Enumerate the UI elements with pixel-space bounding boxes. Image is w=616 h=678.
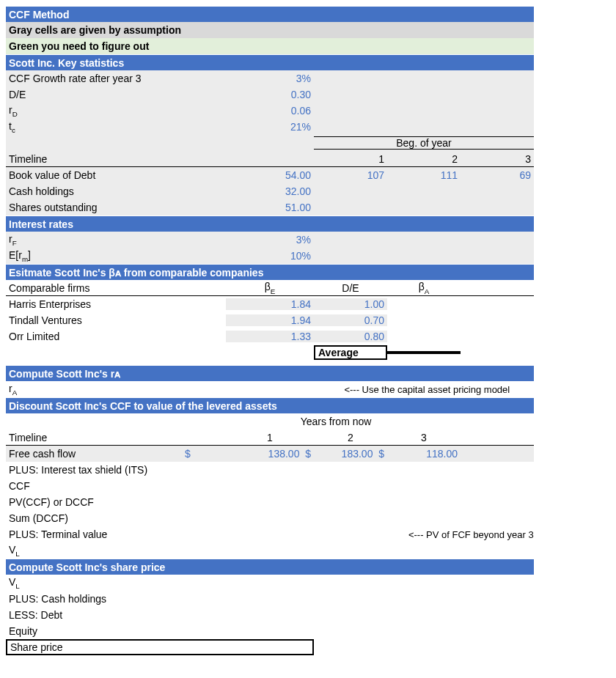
row-beg-of-year: Beg. of year [6, 135, 534, 151]
beg-of-year-label: Beg. of year [314, 136, 534, 150]
row-de: D/E 0.30 [6, 86, 534, 103]
band-label: Discount Scott Inc's CCF to value of the… [6, 400, 534, 412]
hdr-ba: βA [387, 281, 461, 295]
de: 0.80 [314, 331, 387, 342]
row-less-debt: LESS: Debt [6, 607, 534, 623]
label: Share price [7, 641, 182, 653]
label: VL [6, 544, 182, 558]
label: rF [6, 233, 182, 247]
v1: 107 [314, 169, 387, 181]
fcf-2: 183.00 $ [314, 448, 387, 460]
band-label: Compute Scott Inc's share price [6, 561, 534, 573]
band-green-note: Green you need to figure out [6, 38, 534, 54]
value: 3% [226, 234, 314, 246]
row-growth-rate: CCF Growth rate after year 3 3% [6, 70, 534, 86]
be: 1.94 [226, 314, 314, 326]
label: Free cash flow [6, 448, 182, 460]
row-vl-1: VL [6, 542, 534, 559]
year-3: 3 [461, 153, 534, 165]
y1: 1 [226, 432, 314, 443]
row-ccf: CCF [6, 478, 534, 494]
label: Shares outstanding [6, 202, 182, 213]
label: CCF Growth rate after year 3 [6, 73, 182, 84]
label: Timeline [6, 432, 182, 443]
row-comp-1: Tindall Ventures 1.94 0.70 [6, 312, 534, 328]
label: Timeline [6, 153, 182, 165]
label: CCF [6, 480, 182, 492]
row-cash: Cash holdings 32.00 [6, 183, 534, 199]
label: VL [6, 576, 182, 590]
row-erm: E[rm] 10% [6, 248, 534, 264]
row-timeline-years: Timeline 1 2 3 [6, 151, 534, 167]
band-label: Esitmate Scott Inc's βᴀ from comparable … [6, 267, 534, 279]
fcf-3: 118.00 [387, 448, 461, 460]
be: 1.84 [226, 298, 314, 310]
band-estimate-beta: Esitmate Scott Inc's βᴀ from comparable … [6, 264, 534, 280]
band-gray-note: Gray cells are given by assumption [6, 22, 534, 38]
row-tc: tc 21% [6, 119, 534, 135]
label: rA [6, 383, 160, 397]
label: rD [6, 104, 182, 118]
spreadsheet-area: CCF Method Gray cells are given by assum… [6, 6, 534, 655]
band-label: CCF Method [6, 9, 534, 21]
row-fcf: Free cash flow $ 138.00 $ 183.00 $ 118.0… [6, 446, 534, 462]
row-years-from-now: Years from now [6, 413, 534, 430]
average-label: Average [314, 345, 387, 360]
band-discount-ccf: Discount Scott Inc's CCF to value of the… [6, 397, 534, 413]
v3: 69 [461, 169, 534, 181]
band-label: Compute Scott Inc's rᴀ [6, 368, 534, 380]
label: PV(CCF) or DCCF [6, 496, 182, 508]
row-plus-cash: PLUS: Cash holdings [6, 591, 534, 607]
row-sum-dccf: Sum (DCCF) [6, 510, 534, 526]
row-bv-debt: Book value of Debt 54.00 107 111 69 [6, 167, 534, 183]
year-1: 1 [314, 153, 387, 165]
row-comp-0: Harris Enterprises 1.84 1.00 [6, 296, 534, 312]
be: 1.33 [226, 331, 314, 342]
band-compute-ra: Compute Scott Inc's rᴀ [6, 365, 534, 381]
row-rf: rF 3% [6, 232, 534, 248]
label: D/E [6, 89, 182, 100]
fcf-1: 138.00 $ [226, 448, 314, 460]
band-label: Interest rates [6, 218, 534, 230]
label: Sum (DCCF) [6, 512, 182, 524]
value: 3% [226, 73, 314, 84]
year-2: 2 [387, 153, 461, 165]
row-vl-2: VL [6, 575, 534, 591]
value: 10% [226, 250, 314, 262]
y3: 3 [387, 432, 461, 443]
dollar-1: $ [182, 448, 226, 460]
band-compute-share: Compute Scott Inc's share price [6, 559, 534, 575]
label: Equity [6, 625, 182, 637]
row-its: PLUS: Interest tax shield (ITS) [6, 462, 534, 478]
tv-annotation: <--- PV of FCF beyond year 3 [406, 529, 534, 540]
row-comp-2: Orr Limited 1.33 0.80 [6, 328, 534, 344]
value: 32.00 [226, 185, 314, 197]
v2: 111 [387, 169, 461, 181]
label: Years from now [226, 416, 446, 427]
band-ccf-method: CCF Method [6, 6, 534, 22]
y2: 2 [314, 432, 387, 443]
average-value [387, 351, 461, 354]
hdr-firms: Comparable firms [6, 282, 182, 294]
hdr-be: βE [226, 281, 314, 295]
row-pvccf: PV(CCF) or DCCF [6, 494, 534, 510]
note-text: Green you need to figure out [6, 40, 534, 52]
de: 1.00 [314, 298, 387, 310]
row-comps-header: Comparable firms βE D/E βA [6, 280, 534, 296]
row-equity: Equity [6, 623, 534, 639]
row-average: Average [6, 344, 534, 361]
value: 0.06 [226, 105, 314, 117]
row-ra: rA <--- Use the capital asset pricing mo… [6, 381, 534, 397]
ra-annotation: <--- Use the capital asset pricing model [341, 384, 534, 395]
value: 0.30 [226, 89, 314, 100]
row-terminal-value: PLUS: Terminal value <--- PV of FCF beyo… [6, 526, 534, 542]
band-key-stats: Scott Inc. Key statistics [6, 54, 534, 70]
row-ccf-timeline: Timeline 1 2 3 [6, 430, 534, 446]
label: E[rm] [6, 249, 182, 263]
note-text: Gray cells are given by assumption [6, 24, 534, 36]
label: PLUS: Terminal value [6, 528, 160, 540]
value: 21% [226, 121, 314, 133]
row-rd: rD 0.06 [6, 103, 534, 119]
value: 51.00 [226, 202, 314, 213]
v0: 54.00 [226, 169, 314, 181]
